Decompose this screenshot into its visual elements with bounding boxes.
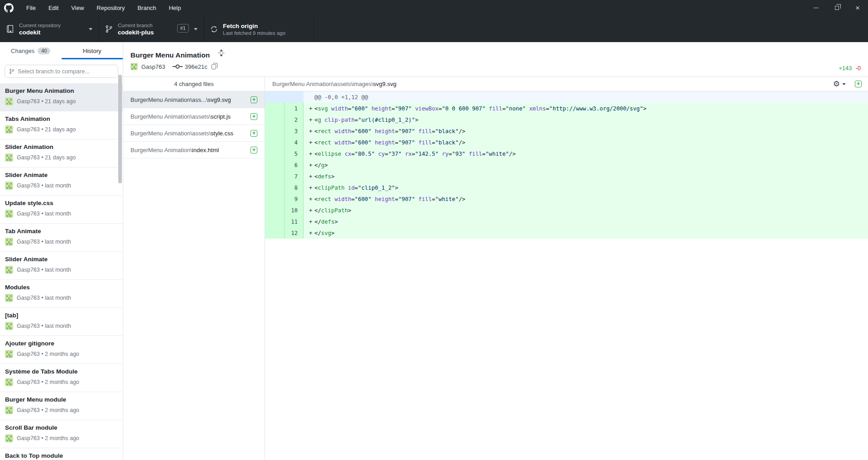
diff-plus-sign: + bbox=[304, 162, 314, 168]
branch-icon bbox=[105, 25, 113, 33]
diff-added-line: 11 +</defs> bbox=[265, 216, 868, 227]
diff-added-line: 2 +<g clip-path="url(#clip0_1_2)"> bbox=[265, 114, 868, 125]
diff-added-line: 8 +<clipPath id="clip0_1_2"> bbox=[265, 182, 868, 193]
diff-line-number: 10 bbox=[265, 205, 304, 216]
commit-item-meta: Gasp763 • 2 months ago bbox=[5, 434, 118, 442]
additions-count: +143 bbox=[839, 65, 852, 72]
commit-author-avatar bbox=[5, 322, 13, 330]
commit-author-and-time: Gasp763 • last month bbox=[17, 267, 71, 273]
expand-commit-summary-icon[interactable] bbox=[218, 49, 224, 58]
commit-item-title: [tab] bbox=[5, 311, 118, 319]
changed-file-row[interactable]: BurgerMenu Animation\assets\style.css + bbox=[123, 125, 265, 142]
menu-branch[interactable]: Branch bbox=[131, 0, 162, 16]
diff-line-number: 5 bbox=[265, 148, 304, 159]
changed-files-list: BurgerMenu Animation\ass...\svg9.svg + B… bbox=[123, 91, 265, 158]
fetch-title: Fetch origin bbox=[223, 22, 285, 30]
diff-added-line: 6 +</g> bbox=[265, 159, 868, 171]
tab-history[interactable]: History bbox=[62, 42, 123, 59]
commit-item-meta: Gasp763 • last month bbox=[5, 182, 118, 190]
menu-repository[interactable]: Repository bbox=[90, 0, 131, 16]
menu-edit[interactable]: Edit bbox=[42, 0, 65, 16]
commit-list-item[interactable]: Burger Menu Animation Gasp763 • 21 days … bbox=[0, 83, 123, 111]
commit-item-meta: Gasp763 • 21 days ago bbox=[5, 97, 118, 105]
commit-author-and-time: Gasp763 • 21 days ago bbox=[17, 154, 76, 161]
commit-item-meta: Gasp763 • 21 days ago bbox=[5, 153, 118, 162]
commit-item-title: Modules bbox=[5, 283, 118, 291]
commit-list: Burger Menu Animation Gasp763 • 21 days … bbox=[0, 83, 123, 460]
commit-author-and-time: Gasp763 • last month bbox=[17, 295, 71, 301]
toolbar: Current repository codekit Current branc… bbox=[0, 16, 868, 42]
commit-author-avatar bbox=[5, 266, 13, 274]
commit-list-item[interactable]: Update style.css Gasp763 • last month bbox=[0, 196, 123, 224]
copy-sha-icon[interactable] bbox=[212, 64, 216, 69]
current-repository-button[interactable]: Current repository codekit bbox=[0, 16, 99, 42]
author-avatar bbox=[130, 63, 138, 70]
diff-plus-sign: + bbox=[304, 139, 314, 146]
restore-icon bbox=[835, 6, 839, 10]
commit-header: Burger Menu Animation Gasp763 bbox=[123, 42, 868, 77]
minimize-button[interactable] bbox=[805, 0, 826, 16]
commit-list-item[interactable]: Slider Animate Gasp763 • last month bbox=[0, 168, 123, 196]
restore-button[interactable] bbox=[826, 0, 847, 16]
compare-branch-input[interactable] bbox=[18, 68, 104, 75]
diff-plus-sign: + bbox=[304, 230, 314, 236]
commit-author-and-time: Gasp763 • last month bbox=[17, 239, 71, 245]
diff-panel: BurgerMenu Animation\assets\images\svg9.… bbox=[265, 77, 868, 460]
commit-list-item[interactable]: Système de Tabs Module Gasp763 • 2 month… bbox=[0, 364, 123, 392]
diffstat: +143-0 bbox=[839, 65, 861, 72]
sidebar-tabs: Changes 40 History bbox=[0, 42, 123, 59]
branch-name: codekit-plus bbox=[118, 29, 154, 36]
commit-item-meta: Gasp763 • last month bbox=[5, 238, 118, 246]
commit-author-avatar bbox=[5, 97, 13, 105]
changed-file-row[interactable]: BurgerMenu Animation\index.html + bbox=[123, 142, 265, 158]
diff-added-line: 1 +<svg width="600" height="907" viewBox… bbox=[265, 103, 868, 114]
commit-item-meta: Gasp763 • last month bbox=[5, 266, 118, 274]
commit-list-item[interactable]: Burger Menu module Gasp763 • 2 months ag… bbox=[0, 392, 123, 420]
diff-plus-sign: + bbox=[304, 207, 314, 214]
diff-added-line: 7 +<defs> bbox=[265, 171, 868, 182]
tab-changes[interactable]: Changes 40 bbox=[0, 42, 62, 59]
commit-list-item[interactable]: Modules Gasp763 • last month bbox=[0, 280, 123, 308]
commit-item-meta: Gasp763 • 2 months ago bbox=[5, 406, 118, 414]
commit-list-item[interactable]: Tab Animate Gasp763 • last month bbox=[0, 224, 123, 252]
diff-file-header: BurgerMenu Animation\assets\images\svg9.… bbox=[265, 77, 868, 91]
commit-item-title: Slider Animate bbox=[5, 171, 118, 179]
compare-branch-input-wrap bbox=[5, 65, 118, 78]
diff-line-number: 12 bbox=[265, 227, 304, 239]
commit-list-item[interactable]: Tabs Animation Gasp763 • 21 days ago bbox=[0, 111, 123, 139]
repo-dropdown-caret-icon bbox=[89, 28, 92, 30]
diff-plus-sign: + bbox=[304, 117, 314, 123]
diff-line-number: 3 bbox=[265, 125, 304, 137]
diff-options-caret-icon[interactable] bbox=[842, 83, 846, 85]
hunk-header: @@ -0,0 +1,12 @@ bbox=[314, 94, 368, 101]
commit-author-and-time: Gasp763 • 21 days ago bbox=[17, 126, 76, 133]
commit-list-item[interactable]: Scroll Bar module Gasp763 • 2 months ago bbox=[0, 420, 123, 448]
changes-count-badge: 40 bbox=[38, 48, 50, 54]
commit-author-and-time: Gasp763 • last month bbox=[17, 323, 71, 329]
commit-list-item[interactable]: Ajouter gitignore Gasp763 • 2 months ago bbox=[0, 336, 123, 364]
changed-file-row[interactable]: BurgerMenu Animation\ass...\svg9.svg + bbox=[123, 91, 265, 108]
file-name: style.css bbox=[211, 130, 233, 137]
commit-item-meta: Gasp763 • last month bbox=[5, 210, 118, 218]
commit-list-item[interactable]: Back to Top module Gasp763 bbox=[0, 448, 123, 460]
commit-list-item[interactable]: Slider Animate Gasp763 • last month bbox=[0, 252, 123, 280]
menu-view[interactable]: View bbox=[65, 0, 90, 16]
diff-file-added-icon[interactable]: + bbox=[855, 81, 862, 87]
changed-file-row[interactable]: BurgerMenu Animation\assets\script.js + bbox=[123, 108, 265, 125]
fetch-origin-button[interactable]: Fetch origin Last fetched 9 minutes ago bbox=[204, 16, 314, 42]
commit-author-avatar bbox=[5, 125, 13, 134]
commit-list-item[interactable]: [tab] Gasp763 • last month bbox=[0, 308, 123, 336]
branch-label: Current branch bbox=[118, 22, 154, 29]
close-button[interactable]: × bbox=[847, 0, 868, 16]
commit-author-avatar bbox=[5, 378, 13, 386]
commit-list-scrollbar[interactable] bbox=[118, 75, 122, 183]
menu-file[interactable]: File bbox=[20, 0, 42, 16]
commit-item-meta: Gasp763 • last month bbox=[5, 322, 118, 330]
diff-body: @@ -0,0 +1,12 @@ 1 +<svg width="600" hei… bbox=[265, 91, 868, 239]
current-branch-button[interactable]: Current branch codekit-plus #1 bbox=[99, 16, 204, 42]
diff-plus-sign: + bbox=[304, 196, 314, 202]
commit-list-item[interactable]: Slider Animation Gasp763 • 21 days ago bbox=[0, 139, 123, 168]
diff-line-number: 4 bbox=[265, 137, 304, 148]
menu-help[interactable]: Help bbox=[163, 0, 188, 16]
diff-options-gear-icon[interactable]: ⚙ bbox=[833, 80, 840, 88]
